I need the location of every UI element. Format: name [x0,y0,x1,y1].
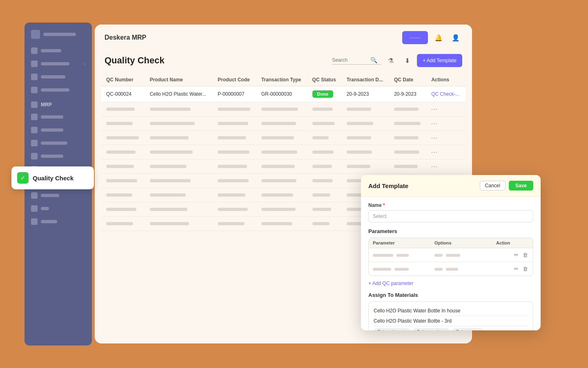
page-title-actions: 🔍 ⚗ ⬇ + Add Template [332,54,462,67]
add-template-btn[interactable]: + Add Template [417,54,462,67]
notification-icon[interactable]: 🔔 [432,31,445,44]
col-transaction-date: Transaction D... [342,74,389,86]
status-badge: Done [312,90,334,98]
table-row: ··· [101,145,466,159]
col-qc-status: QC Status [307,74,342,86]
table-row: ··· [101,117,466,131]
save-button[interactable]: Save [509,181,533,191]
cell-action[interactable]: QC Check-... [426,86,466,102]
search-icon: 🔍 [370,57,377,63]
topbar-action-btn[interactable]: ········ [402,31,428,44]
col-actions: Actions [426,74,466,86]
cell-product-code: P-00000007 [213,86,256,102]
param-row-2-name [373,266,434,272]
sidebar-label-5 [41,115,63,119]
table-row: ··· [101,159,466,174]
sidebar-label-1 [41,62,69,65]
material-tag-1: Polycarbonate [374,328,410,330]
assign-section-title: Assign To Materials [368,292,533,298]
skeleton-dots: ··· [426,102,466,117]
param-row-1-name [373,252,434,258]
sidebar-icon-13 [31,218,38,225]
sidebar-item-13[interactable] [28,215,89,228]
cell-qc-status: Done [307,86,342,102]
sidebar-label-13 [41,220,57,223]
table-header-row: QC Number Product Name Product Code Tran… [101,74,466,86]
param-row-2-actions: ✏ 🗑 [496,265,529,273]
sidebar-item-1[interactable]: › [28,58,89,70]
sidebar-logo [28,27,89,45]
table-row: QC-000024 Cello H2O Plastic Water... P-0… [101,86,466,102]
sidebar-icon-2 [31,74,38,80]
sidebar-label-7 [41,141,67,145]
page-title: Quality Check [105,55,165,66]
skeleton-dots: ··· [426,117,466,131]
material-tag-2: Polypropylene [413,328,450,330]
edit-param-2-btn[interactable]: ✏ [513,265,519,273]
sidebar-item-11[interactable] [28,189,89,202]
sidebar-label-8 [41,155,63,158]
cell-qc-date: 20-9-2023 [389,86,426,102]
cancel-button[interactable]: Cancel [480,181,506,191]
material-tag-3: Polystyrene [452,328,483,330]
sidebar-item-7[interactable] [28,137,89,149]
action-link[interactable]: QC Check-... [431,91,459,97]
add-qc-param-link[interactable]: + Add QC parameter [368,280,413,286]
sidebar-item-3[interactable] [28,84,89,96]
sidebar-icon-11 [31,192,38,199]
page-title-row: Quality Check 🔍 ⚗ ⬇ + Add Template [95,51,472,74]
modal-header: Add Template Cancel Save [361,175,541,197]
skeleton-dots: ··· [426,159,466,174]
modal-header-buttons: Cancel Save [480,181,533,191]
edit-param-1-btn[interactable]: ✏ [513,251,519,259]
filter-icon[interactable]: ⚗ [384,54,397,67]
sidebar-item-2[interactable] [28,71,89,83]
params-table-header: Parameter Options Action [369,238,533,248]
qc-highlight-card[interactable]: ✓ Quality Check [11,166,94,189]
table-row: ··· [101,102,466,117]
delete-param-1-btn[interactable]: 🗑 [522,251,529,259]
download-icon[interactable]: ⬇ [401,54,414,67]
assign-materials-box: Cello H2O Plastic Water Bottle In house … [368,301,533,330]
sidebar-label-0 [41,49,61,52]
sidebar-item-8[interactable] [28,150,89,162]
param-row-2-options [434,266,496,272]
sidebar-label-2 [41,75,65,79]
qc-check-icon: ✓ [17,172,29,184]
col-qc-number: QC Number [101,74,145,86]
material-tags: Polycarbonate Polypropylene Polystyrene [374,326,528,330]
col-transaction-type: Transaction Type [256,74,307,86]
app-title: Deskera MRP [105,34,146,41]
sidebar-icon-7 [31,140,38,146]
required-asterisk: * [383,202,385,208]
search-input[interactable] [332,57,369,63]
delete-param-2-btn[interactable]: 🗑 [522,265,529,273]
top-bar: Deskera MRP ········ 🔔 👤 [95,25,472,51]
col-product-name: Product Name [145,74,213,86]
parameters-section-title: Parameters [368,228,533,234]
logo-text [43,33,76,36]
sidebar-item-6[interactable] [28,124,89,136]
param-col-options: Options [434,240,496,245]
skeleton-dots: ··· [426,145,466,159]
user-icon[interactable]: 👤 [449,31,462,44]
sidebar-item-12[interactable] [28,202,89,215]
col-qc-date: QC Date [389,74,426,86]
skeleton-dots: ··· [426,131,466,145]
param-row-1-actions: ✏ 🗑 [496,251,529,259]
param-row-1-options [434,252,496,258]
table-row: ··· [101,131,466,145]
sidebar-label-11 [41,194,59,197]
sidebar-label-3 [41,88,69,92]
sidebar-item-5[interactable] [28,111,89,123]
param-col-parameter: Parameter [373,240,434,245]
name-label: Name * [368,202,533,208]
name-select[interactable]: Select [368,210,533,222]
cell-product-name: Cello H2O Plastic Water... [145,86,213,102]
sidebar-icon-6 [31,127,38,133]
sidebar-icon-5 [31,114,38,120]
cell-qc-number: QC-000024 [101,86,145,102]
sidebar-mrp-icon [31,101,38,108]
sidebar-label-6 [41,128,63,132]
sidebar-item-0[interactable] [28,45,89,57]
